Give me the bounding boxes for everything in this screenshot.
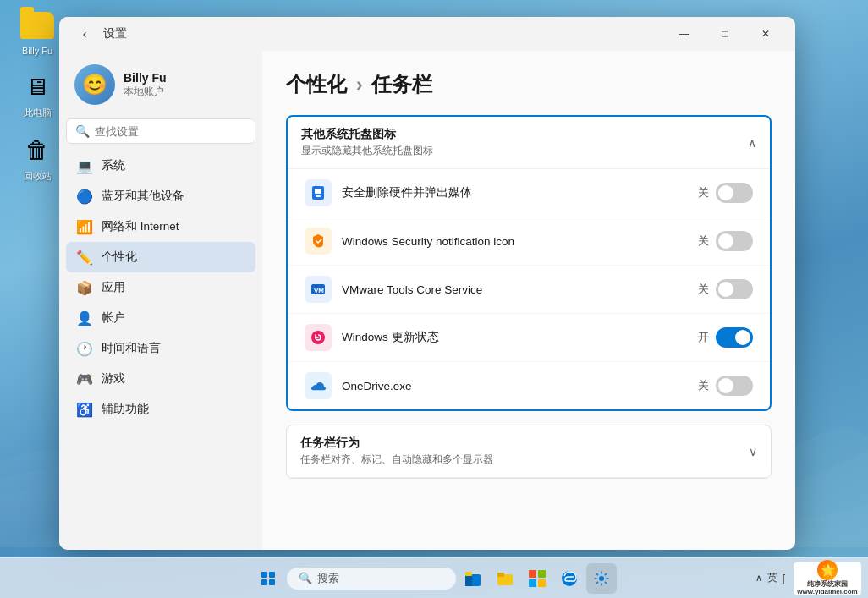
minimize-button[interactable]: — — [665, 20, 704, 47]
tray-icons-subtitle: 显示或隐藏其他系统托盘图标 — [301, 144, 433, 158]
folder-icon — [20, 8, 54, 42]
taskbar-search-icon: 🔍 — [299, 572, 312, 584]
taskbar-settings[interactable] — [586, 563, 617, 594]
onedrive-state: 关 — [698, 378, 709, 393]
svg-rect-7 — [269, 572, 275, 578]
desktop-icon-folder[interactable]: Billy Fu — [10, 8, 64, 56]
tray-lang: 英 — [767, 571, 777, 585]
taskbar-behavior-title: 任务栏行为 — [300, 436, 493, 451]
sidebar-item-label-bluetooth: 蓝牙和其他设备 — [102, 189, 184, 204]
taskbar-store[interactable] — [522, 563, 552, 594]
taskbar-edge[interactable] — [554, 563, 585, 594]
sidebar: 😊 Billy Fu 本地账户 🔍 💻 系统 — [59, 51, 262, 550]
win-security-toggle[interactable] — [716, 231, 753, 251]
sidebar-item-label-system: 系统 — [102, 158, 125, 173]
tray-icons-chevron: ∧ — [748, 136, 756, 150]
sidebar-item-label-network: 网络和 Internet — [102, 219, 179, 234]
breadcrumb-1: 个性化 — [286, 73, 347, 96]
maximize-button[interactable]: □ — [706, 20, 744, 47]
search-icon: 🔍 — [75, 124, 90, 138]
sidebar-item-bluetooth[interactable]: 🔵 蓝牙和其他设备 — [66, 181, 255, 211]
desktop-icons-container: Billy Fu 🖥 此电脑 🗑 回收站 — [10, 8, 64, 183]
settings-window: ‹ 设置 — □ ✕ 😊 Billy Fu 本地账户 — [59, 17, 795, 550]
sidebar-item-network[interactable]: 📶 网络和 Internet — [66, 211, 255, 242]
win-security-thumb — [718, 233, 733, 249]
settings-body: 😊 Billy Fu 本地账户 🔍 💻 系统 — [59, 51, 795, 550]
user-info: Billy Fu 本地账户 — [124, 71, 167, 99]
sidebar-item-label-time: 时间和语言 — [102, 341, 161, 356]
toggle-row-win-security: Windows Security notification icon 关 — [288, 217, 770, 266]
sidebar-item-label-accessibility: 辅助功能 — [102, 402, 149, 417]
search-input[interactable] — [95, 125, 246, 138]
sidebar-item-apps[interactable]: 📦 应用 — [66, 272, 255, 303]
taskbar-behavior-header-left: 任务栏行为 任务栏对齐、标记、自动隐藏和多个显示器 — [300, 436, 493, 467]
user-name: Billy Fu — [124, 71, 167, 85]
sidebar-item-gaming[interactable]: 🎮 游戏 — [66, 364, 255, 394]
sidebar-item-label-gaming: 游戏 — [102, 371, 125, 387]
desktop-icon-computer[interactable]: 🖥 此电脑 — [10, 69, 64, 119]
avatar: 😊 — [74, 64, 115, 105]
accessibility-icon: ♿ — [76, 401, 93, 418]
win-update-toggle[interactable] — [716, 327, 753, 348]
start-button[interactable] — [251, 562, 285, 595]
toggle-right-security: 关 — [698, 231, 753, 251]
accounts-icon: 👤 — [76, 310, 93, 326]
sidebar-item-time[interactable]: 🕐 时间和语言 — [66, 333, 255, 364]
sidebar-search-container[interactable]: 🔍 — [66, 118, 255, 144]
computer-icon: 🖥 — [20, 69, 54, 103]
toggle-right-vmware: 关 — [698, 279, 753, 299]
sidebar-item-accessibility[interactable]: ♿ 辅助功能 — [66, 394, 255, 425]
toggle-left-usb: 安全删除硬件并弹出媒体 — [305, 179, 472, 206]
user-type: 本地账户 — [124, 85, 167, 99]
title-bar-left: ‹ 设置 — [73, 22, 127, 46]
close-button[interactable]: ✕ — [746, 20, 785, 47]
onedrive-icon — [305, 372, 332, 399]
recycle-icon: 🗑 — [20, 133, 54, 167]
sidebar-item-personalization[interactable]: ✏️ 个性化 — [66, 242, 255, 272]
sidebar-item-label-personalization: 个性化 — [102, 250, 137, 265]
tray-icons-header[interactable]: 其他系统托盘图标 显示或隐藏其他系统托盘图标 ∧ — [288, 117, 770, 169]
taskbar-behavior-chevron: ∨ — [749, 445, 757, 458]
window-controls: — □ ✕ — [665, 20, 785, 47]
svg-rect-11 — [465, 574, 472, 586]
taskbar-behavior-subtitle: 任务栏对齐、标记、自动隐藏和多个显示器 — [300, 453, 493, 467]
svg-rect-14 — [497, 573, 504, 577]
system-icon: 💻 — [76, 157, 93, 174]
system-tray: ∧ 英 [ — [755, 571, 788, 585]
usb-eject-icon — [305, 179, 332, 206]
desktop-icon-recycle[interactable]: 🗑 回收站 — [10, 133, 64, 183]
computer-icon-label: 此电脑 — [24, 107, 52, 119]
desktop: Billy Fu 🖥 此电脑 🗑 回收站 ‹ 设置 — □ ✕ — [0, 0, 868, 598]
svg-rect-2 — [316, 195, 321, 197]
toggle-left-security: Windows Security notification icon — [305, 228, 514, 255]
svg-rect-16 — [538, 570, 546, 578]
taskbar-right: ∧ 英 [ 🌟 纯净系统家园www.yidaimei.com — [755, 562, 861, 595]
taskbar-search[interactable]: 🔍 搜索 — [287, 568, 456, 590]
taskbar: 🔍 搜索 — [0, 557, 868, 598]
window-title: 设置 — [103, 26, 127, 41]
toggle-left-vmware: VM VMware Tools Core Service — [305, 276, 482, 303]
svg-rect-15 — [529, 570, 536, 578]
usb-eject-label: 安全删除硬件并弹出媒体 — [342, 185, 472, 200]
breadcrumb-2: 任务栏 — [371, 73, 432, 96]
windows-security-label: Windows Security notification icon — [342, 235, 514, 248]
usb-eject-thumb — [718, 185, 733, 200]
user-profile[interactable]: 😊 Billy Fu 本地账户 — [66, 58, 255, 118]
toggle-row-vmware: VM VMware Tools Core Service 关 — [288, 266, 770, 314]
svg-rect-17 — [529, 579, 536, 587]
svg-rect-8 — [261, 579, 267, 585]
vmware-toggle[interactable] — [716, 279, 753, 299]
back-button[interactable]: ‹ — [73, 22, 96, 46]
svg-point-20 — [599, 576, 604, 581]
win-update-thumb — [735, 330, 750, 345]
sidebar-item-system[interactable]: 💻 系统 — [66, 151, 255, 181]
taskbar-center: 🔍 搜索 — [251, 562, 617, 595]
tray-arrow[interactable]: ∧ — [755, 573, 762, 584]
taskbar-folder[interactable] — [490, 563, 520, 594]
taskbar-file-explorer[interactable] — [458, 563, 488, 594]
onedrive-toggle[interactable] — [716, 376, 753, 396]
taskbar-behavior-header[interactable]: 任务栏行为 任务栏对齐、标记、自动隐藏和多个显示器 ∨ — [287, 425, 771, 478]
sidebar-item-accounts[interactable]: 👤 帐户 — [66, 303, 255, 333]
breadcrumb-separator: › — [356, 73, 369, 96]
usb-eject-toggle[interactable] — [716, 183, 753, 203]
